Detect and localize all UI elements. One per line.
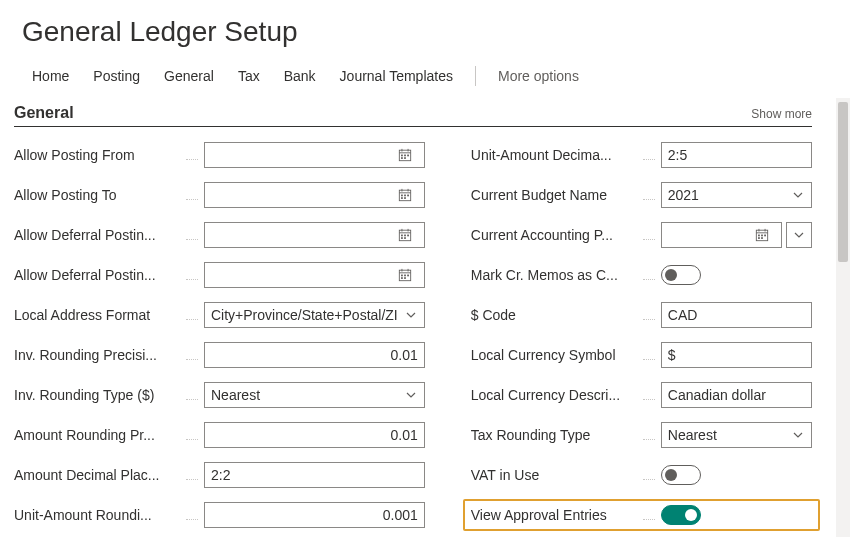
scrollbar[interactable] xyxy=(836,98,850,537)
toggle-off[interactable] xyxy=(661,465,701,485)
text-input[interactable]: Canadian dollar xyxy=(661,382,812,408)
text-input[interactable]: 2:2 xyxy=(204,462,425,488)
text-input[interactable]: $ xyxy=(661,342,812,368)
toolbar: Home Posting General Tax Bank Journal Te… xyxy=(0,58,852,98)
select-input[interactable]: Nearest xyxy=(204,382,425,408)
field-row: View Approval Entries xyxy=(471,501,812,529)
label-dots xyxy=(186,470,198,480)
select-input[interactable]: City+Province/State+Postal/ZI xyxy=(204,302,425,328)
label-dots xyxy=(643,230,655,240)
field-row: Amount Decimal Plac...2:2 xyxy=(14,461,425,489)
date-input[interactable] xyxy=(204,142,425,168)
label-dots xyxy=(186,270,198,280)
toolbar-separator xyxy=(475,66,476,86)
date-input[interactable] xyxy=(204,182,425,208)
field-label: Tax Rounding Type xyxy=(471,427,641,443)
toggle-off[interactable] xyxy=(661,265,701,285)
more-options[interactable]: More options xyxy=(488,64,589,88)
tab-home[interactable]: Home xyxy=(22,64,79,88)
field-control: 2021 xyxy=(661,182,812,208)
field-control: 2:5 xyxy=(661,142,812,168)
tab-bank[interactable]: Bank xyxy=(274,64,326,88)
field-row: Local Address FormatCity+Province/State+… xyxy=(14,301,425,329)
dropdown-button[interactable] xyxy=(786,222,812,248)
scrollbar-thumb[interactable] xyxy=(838,102,848,262)
section-header: General Show more xyxy=(14,98,812,127)
highlighted-field: View Approval Entries xyxy=(463,499,820,531)
field-row: Inv. Rounding Precisi...0.01 xyxy=(14,341,425,369)
select-input[interactable]: Nearest xyxy=(661,422,812,448)
calendar-icon[interactable] xyxy=(392,228,418,242)
field-control xyxy=(661,222,812,248)
date-input[interactable] xyxy=(204,262,425,288)
chevron-down-icon[interactable] xyxy=(785,429,811,441)
field-row: Local Currency Descri...Canadian dollar xyxy=(471,381,812,409)
field-label: $ Code xyxy=(471,307,641,323)
label-dots xyxy=(186,390,198,400)
text-input[interactable]: 2:5 xyxy=(661,142,812,168)
label-dots xyxy=(643,190,655,200)
tab-tax[interactable]: Tax xyxy=(228,64,270,88)
label-dots xyxy=(643,270,655,280)
field-row: Allow Posting From xyxy=(14,141,425,169)
field-row: VAT in Use xyxy=(471,461,812,489)
field-row: Unit-Amount Roundi...0.001 xyxy=(14,501,425,529)
section-title: General xyxy=(14,104,74,122)
label-dots xyxy=(643,390,655,400)
chevron-down-icon[interactable] xyxy=(398,389,424,401)
date-input[interactable] xyxy=(661,222,782,248)
chevron-down-icon[interactable] xyxy=(785,189,811,201)
label-dots xyxy=(186,430,198,440)
field-control: Nearest xyxy=(661,422,812,448)
field-label: Allow Posting From xyxy=(14,147,184,163)
field-label: Allow Deferral Postin... xyxy=(14,227,184,243)
tab-general[interactable]: General xyxy=(154,64,224,88)
calendar-icon[interactable] xyxy=(392,268,418,282)
field-row: Allow Deferral Postin... xyxy=(14,221,425,249)
field-label: Current Accounting P... xyxy=(471,227,641,243)
field-row: Allow Posting To xyxy=(14,181,425,209)
text-input[interactable]: CAD xyxy=(661,302,812,328)
field-label: VAT in Use xyxy=(471,467,641,483)
number-input[interactable]: 0.01 xyxy=(204,342,425,368)
field-label: Current Budget Name xyxy=(471,187,641,203)
date-input[interactable] xyxy=(204,222,425,248)
toggle-on[interactable] xyxy=(661,505,701,525)
label-dots xyxy=(643,350,655,360)
label-dots xyxy=(186,150,198,160)
field-label: Local Address Format xyxy=(14,307,184,323)
field-label: Unit-Amount Roundi... xyxy=(14,507,184,523)
label-dots xyxy=(643,150,655,160)
field-row: Inv. Rounding Type ($)Nearest xyxy=(14,381,425,409)
field-label: Local Currency Descri... xyxy=(471,387,641,403)
label-dots xyxy=(643,510,655,520)
field-control: 0.001 xyxy=(204,502,425,528)
field-control xyxy=(204,142,425,168)
field-row: $ CodeCAD xyxy=(471,301,812,329)
field-control xyxy=(661,505,812,525)
field-control xyxy=(661,265,812,285)
tab-journal-templates[interactable]: Journal Templates xyxy=(330,64,463,88)
number-input[interactable]: 0.001 xyxy=(204,502,425,528)
chevron-down-icon[interactable] xyxy=(398,309,424,321)
calendar-icon[interactable] xyxy=(392,148,418,162)
label-dots xyxy=(186,510,198,520)
field-row: Mark Cr. Memos as C... xyxy=(471,261,812,289)
field-control: $ xyxy=(661,342,812,368)
tab-posting[interactable]: Posting xyxy=(83,64,150,88)
label-dots xyxy=(643,430,655,440)
show-more-link[interactable]: Show more xyxy=(751,107,812,121)
number-input[interactable]: 0.01 xyxy=(204,422,425,448)
field-control: 0.01 xyxy=(204,342,425,368)
field-control: Nearest xyxy=(204,382,425,408)
field-control: City+Province/State+Postal/ZI xyxy=(204,302,425,328)
calendar-icon[interactable] xyxy=(392,188,418,202)
label-dots xyxy=(186,230,198,240)
left-column: Allow Posting FromAllow Posting ToAllow … xyxy=(14,141,425,541)
field-control: CAD xyxy=(661,302,812,328)
field-row: Unit-Amount Decima...2:5 xyxy=(471,141,812,169)
select-input[interactable]: 2021 xyxy=(661,182,812,208)
field-row: Allow Deferral Postin... xyxy=(14,261,425,289)
calendar-icon[interactable] xyxy=(749,228,775,242)
field-row: Current Accounting P... xyxy=(471,221,812,249)
